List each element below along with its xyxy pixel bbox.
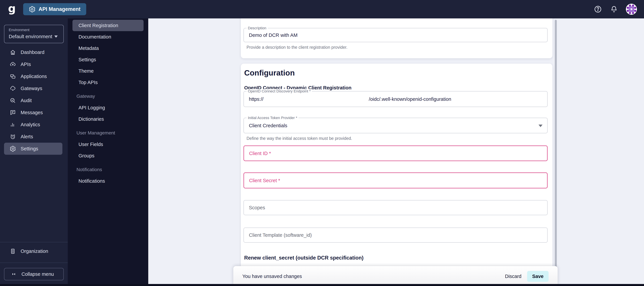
avatar-sparkle-icon: ✦: [628, 6, 634, 12]
bell-icon[interactable]: [610, 5, 618, 13]
subnav-section-notifications: Notifications: [68, 164, 148, 175]
sidebar-item-label: APIs: [21, 62, 31, 67]
audit-search-icon: [10, 97, 16, 104]
help-icon[interactable]: [594, 5, 602, 13]
scopes-placeholder: Scopes: [249, 205, 265, 210]
subnav-item-api-logging[interactable]: API Logging: [68, 102, 148, 113]
discovery-endpoint-label: OpenID Connect Discovery Endpoint *: [246, 89, 312, 93]
subnav-item-groups[interactable]: Groups: [68, 150, 148, 161]
subnav-item-metadata[interactable]: Metadata: [68, 42, 148, 54]
sidebar-item-label: Gateways: [21, 86, 42, 91]
sidebar-item-organization[interactable]: Organization: [4, 245, 62, 257]
user-avatar[interactable]: ✦: [626, 4, 637, 15]
unsaved-changes-bar: You have unsaved changes Discard Save: [233, 266, 558, 286]
top-bar: g API Management ✦: [0, 0, 644, 18]
token-provider-select[interactable]: Initial Access Token Provider * Client C…: [244, 118, 548, 133]
discard-button[interactable]: Discard: [500, 271, 526, 282]
select-arrow-icon: [538, 125, 542, 127]
sidebar-item-label: Analytics: [21, 122, 40, 128]
home-icon: [10, 49, 16, 55]
sidebar-item-settings[interactable]: Settings: [4, 143, 62, 155]
sidebar-item-apis[interactable]: APIs: [4, 58, 62, 70]
alarm-clock-icon: [10, 134, 16, 140]
sidebar-item-alerts[interactable]: Alerts: [4, 131, 62, 143]
subnav-item-dictionaries[interactable]: Dictionaries: [68, 113, 148, 125]
subnav-section-gateway: Gateway: [68, 91, 148, 102]
unsaved-changes-message: You have unsaved changes: [242, 274, 302, 279]
environment-select[interactable]: Environment Default environment: [4, 25, 64, 43]
product-switcher[interactable]: API Management: [23, 3, 86, 15]
description-field[interactable]: Description Demo of DCR with AM: [244, 28, 548, 42]
collapse-menu-button[interactable]: Collapse menu: [4, 268, 64, 280]
renew-client-secret-heading: Renew client_secret (outside DCR specifi…: [244, 255, 364, 261]
client-secret-field[interactable]: Client Secret *: [244, 172, 548, 188]
applications-icon: [10, 73, 16, 80]
window-bottom-edge: [0, 284, 644, 286]
sidebar-item-label: Settings: [21, 146, 38, 151]
topbar-actions: ✦: [594, 4, 637, 15]
configuration-card: Configuration OpenID Connect - Dynamic C…: [241, 64, 552, 286]
sidebar-item-applications[interactable]: Applications: [4, 70, 62, 82]
discovery-endpoint-suffix: /oidc/.well-known/openid-configuration: [369, 96, 451, 102]
main-content: client registration provider name. Descr…: [148, 18, 644, 286]
description-value: Demo of DCR with AM: [249, 32, 298, 38]
gravitee-logo-icon[interactable]: g: [8, 3, 17, 14]
subnav-section-user-management: User Management: [68, 127, 148, 139]
subnav-item-documentation[interactable]: Documentation: [68, 31, 148, 42]
subnav-item-client-registration[interactable]: Client Registration: [72, 20, 144, 31]
client-template-placeholder: Client Template (software_id): [249, 232, 312, 238]
token-provider-label: Initial Access Token Provider *: [246, 116, 298, 120]
sidebar-item-label: Organization: [21, 249, 48, 254]
discovery-endpoint-field[interactable]: OpenID Connect Discovery Endpoint * http…: [244, 91, 548, 107]
gear-icon: [10, 146, 16, 152]
client-id-placeholder: Client ID *: [249, 150, 271, 156]
subnav-item-top-apis[interactable]: Top APIs: [68, 77, 148, 88]
collapse-menu-label: Collapse menu: [22, 272, 54, 277]
description-label: Description: [246, 26, 268, 30]
general-card: client registration provider name. Descr…: [241, 18, 552, 58]
token-provider-value: Client Credentials: [249, 123, 287, 128]
cloud-upload-icon: [10, 61, 16, 67]
collapse-icon: [11, 272, 16, 277]
gateway-cloud-icon: [10, 85, 16, 92]
sidebar-item-messages[interactable]: Messages: [4, 107, 62, 119]
sidebar-item-dashboard[interactable]: Dashboard: [4, 46, 62, 58]
bar-chart-icon: [10, 122, 16, 128]
content-scrollbar[interactable]: [555, 20, 557, 267]
subnav-item-settings[interactable]: Settings: [68, 54, 148, 65]
client-secret-placeholder: Client Secret *: [249, 178, 280, 183]
save-button[interactable]: Save: [527, 271, 548, 282]
sidebar-item-analytics[interactable]: Analytics: [4, 119, 62, 131]
sidebar-item-label: Alerts: [21, 134, 33, 140]
discovery-endpoint-prefix: https://: [249, 96, 264, 102]
settings-subnav: Client Registration Documentation Metada…: [68, 18, 148, 286]
subnav-item-notifications[interactable]: Notifications: [68, 175, 148, 187]
sidebar-divider: [0, 263, 68, 263]
configuration-title: Configuration: [244, 68, 295, 77]
sidebar-divider: [0, 242, 68, 242]
sidebar-item-gateways[interactable]: Gateways: [4, 82, 62, 94]
sidebar-item-audit[interactable]: Audit: [4, 94, 62, 107]
sidebar-item-label: Messages: [21, 110, 43, 115]
sidebar-item-label: Audit: [21, 98, 32, 103]
sidebar-item-label: Dashboard: [21, 50, 44, 55]
description-hint: Provide a description to the client regi…: [246, 45, 348, 50]
client-template-field[interactable]: Client Template (software_id): [244, 228, 548, 243]
primary-nav: Dashboard APIs Applications Gateways: [4, 46, 62, 155]
chevron-down-icon: [54, 35, 58, 38]
client-id-field[interactable]: Client ID *: [244, 145, 548, 161]
subnav-item-theme[interactable]: Theme: [68, 65, 148, 77]
product-label: API Management: [38, 6, 80, 12]
sidebar-footer: Organization: [4, 245, 62, 257]
token-provider-hint: Define the way the initial access token …: [246, 136, 352, 141]
subnav-item-user-fields[interactable]: User Fields: [68, 139, 148, 150]
organization-icon: [10, 248, 16, 254]
gear-icon: [29, 6, 36, 12]
environment-label: Environment: [9, 28, 59, 32]
scopes-field[interactable]: Scopes: [244, 200, 548, 215]
sidebar-item-label: Applications: [21, 74, 47, 79]
message-icon: [10, 110, 16, 116]
primary-sidebar: Environment Default environment Dashboar…: [0, 18, 68, 286]
environment-value: Default environment: [9, 34, 52, 39]
